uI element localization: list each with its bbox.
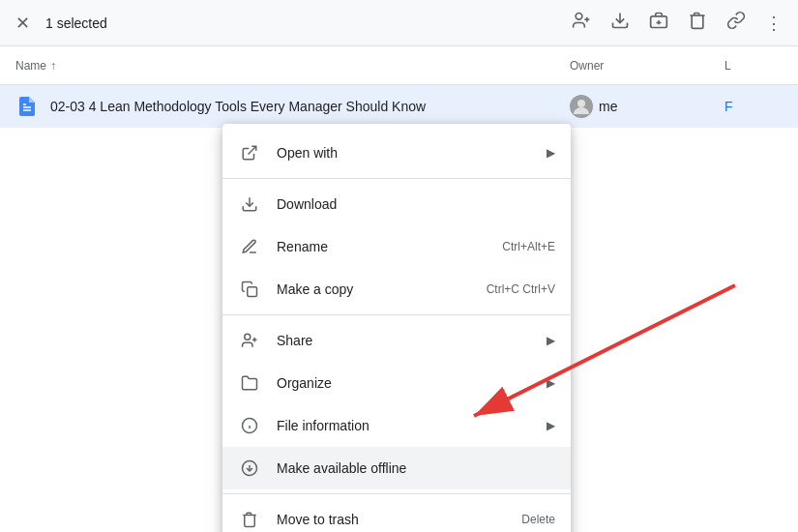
more-icon[interactable]: ⋮	[765, 13, 783, 34]
svg-rect-13	[248, 287, 257, 297]
info-icon	[238, 414, 261, 437]
name-column-header[interactable]: Name ↑	[15, 59, 570, 73]
close-button[interactable]: ✕	[15, 13, 30, 34]
menu-item-rename[interactable]: Rename Ctrl+Alt+E	[222, 225, 571, 268]
rename-label: Rename	[277, 239, 502, 254]
divider-1	[222, 178, 571, 179]
menu-item-file-info[interactable]: File information ▶	[222, 404, 571, 447]
organize-icon	[238, 371, 261, 395]
docs-file-icon	[15, 95, 39, 118]
move-icon[interactable]	[649, 11, 668, 35]
organize-arrow: ▶	[547, 376, 555, 390]
rename-icon	[238, 235, 261, 258]
trash-shortcut: Delete	[521, 513, 555, 526]
owner-column-header: Owner	[570, 59, 724, 73]
menu-item-open-with[interactable]: Open with ▶	[222, 132, 571, 174]
file-name: 02-03 4 Lean Methodology Tools Every Man…	[50, 99, 570, 114]
link-icon[interactable]	[726, 11, 746, 35]
file-row[interactable]: 02-03 4 Lean Methodology Tools Every Man…	[0, 85, 798, 128]
download-label: Download	[277, 196, 555, 212]
delete-icon[interactable]	[688, 11, 707, 35]
trash-label: Move to trash	[277, 512, 521, 527]
copy-label: Make a copy	[277, 281, 487, 297]
download-icon[interactable]	[610, 11, 630, 35]
sort-arrow-icon: ↑	[50, 59, 56, 73]
offline-icon	[238, 457, 261, 480]
svg-point-0	[576, 14, 582, 20]
menu-item-download[interactable]: Download	[222, 183, 571, 225]
offline-label: Make available offline	[277, 460, 555, 476]
add-person-icon[interactable]	[572, 11, 591, 35]
share-label: Share	[277, 333, 547, 348]
divider-3	[222, 493, 571, 494]
open-with-label: Open with	[277, 145, 547, 161]
organize-label: Organize	[277, 375, 547, 391]
selected-count: 1 selected	[45, 15, 556, 31]
menu-item-share[interactable]: Share ▶	[222, 319, 571, 362]
menu-item-trash[interactable]: Move to trash Delete	[222, 498, 571, 532]
svg-point-11	[577, 100, 585, 107]
trash-icon	[238, 508, 261, 531]
menu-item-copy[interactable]: Make a copy Ctrl+C Ctrl+V	[222, 268, 571, 310]
open-with-icon	[238, 141, 261, 164]
context-menu: Open with ▶ Download Rename Ctrl+Alt+E	[222, 124, 571, 532]
last-column-header: L	[724, 59, 783, 73]
toolbar-actions: ⋮	[572, 11, 783, 35]
rename-shortcut: Ctrl+Alt+E	[502, 240, 555, 253]
owner-name: me	[599, 99, 617, 114]
file-owner: me	[570, 95, 724, 118]
avatar	[570, 95, 593, 118]
menu-item-organize[interactable]: Organize ▶	[222, 362, 571, 404]
file-last-modified: F	[724, 99, 783, 114]
copy-shortcut: Ctrl+C Ctrl+V	[487, 282, 555, 296]
share-arrow: ▶	[547, 334, 555, 347]
copy-icon	[238, 278, 261, 301]
download-menu-icon	[238, 192, 261, 216]
share-icon	[238, 329, 261, 352]
open-with-arrow: ▶	[547, 146, 555, 160]
file-info-label: File information	[277, 418, 547, 433]
toolbar: ✕ 1 selected	[0, 0, 798, 46]
divider-2	[222, 314, 571, 315]
file-info-arrow: ▶	[547, 419, 555, 432]
menu-item-offline[interactable]: Make available offline	[222, 447, 571, 489]
svg-point-14	[245, 334, 251, 340]
column-headers: Name ↑ Owner L	[0, 46, 798, 85]
